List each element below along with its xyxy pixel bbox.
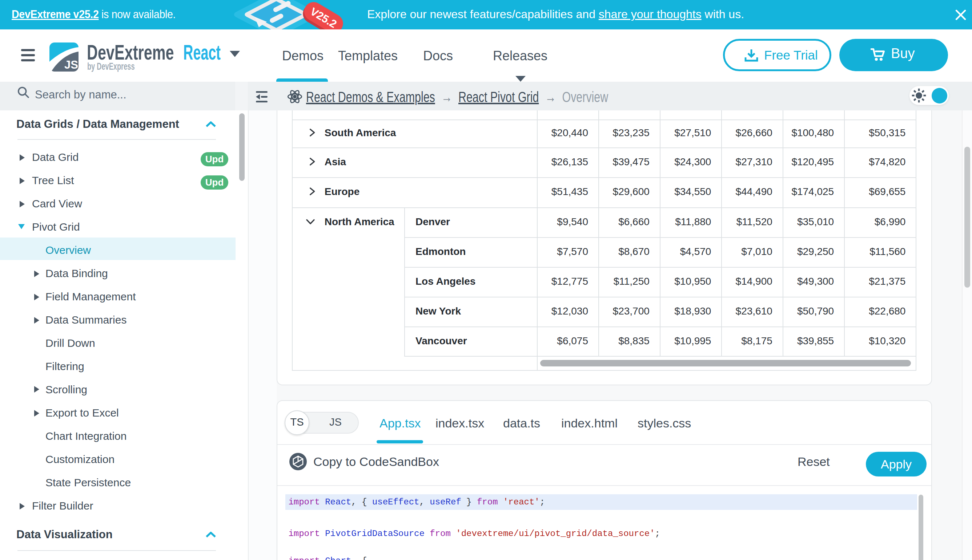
- svg-text:JS: JS: [64, 58, 78, 71]
